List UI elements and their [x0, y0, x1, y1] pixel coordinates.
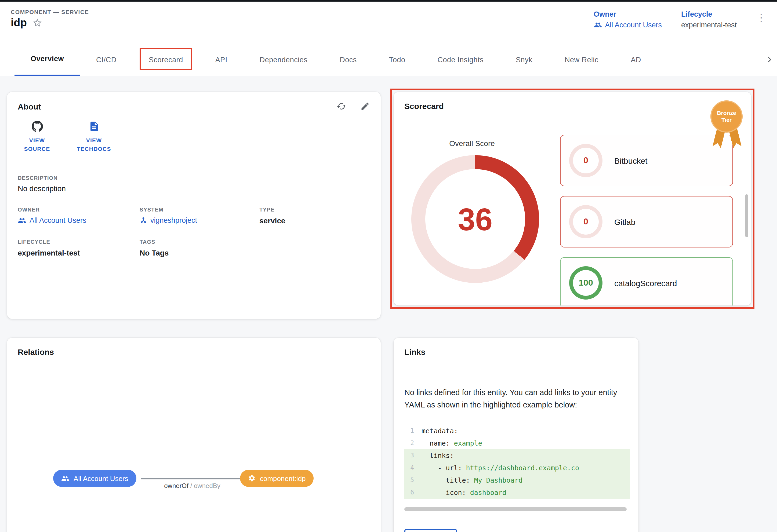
kebab-menu-icon[interactable]: ⋮ [756, 12, 766, 22]
breadcrumb: COMPONENT — SERVICE [11, 9, 89, 15]
score-item-name: Bitbucket [614, 156, 647, 165]
gear-icon [248, 475, 255, 482]
techdocs-icon [88, 121, 100, 132]
system-field: SYSTEM vigneshproject [140, 207, 259, 225]
overall-score-label: Overall Score [404, 139, 540, 148]
owner-value-row[interactable]: All Account Users [594, 21, 662, 29]
score-item[interactable]: 0 Bitbucket [560, 135, 733, 186]
people-icon [594, 21, 602, 29]
tags-field: TAGS No Tags [140, 239, 259, 257]
owner-field: OWNER All Account Users [18, 207, 140, 225]
tab-docs[interactable]: Docs [324, 43, 373, 76]
links-empty-text: No links defined for this entity. You ca… [404, 387, 629, 412]
score-item-name: Gitlab [614, 217, 635, 226]
title-row: idp [11, 17, 89, 29]
lifecycle-label: Lifecycle [681, 10, 737, 18]
partially-visible-button[interactable] [404, 529, 457, 532]
page-title: idp [11, 17, 27, 29]
overall-score-value: 36 [411, 155, 539, 283]
system-field-value[interactable]: vigneshproject [140, 216, 259, 224]
description-value: No description [18, 184, 370, 192]
score-item-value: 0 [569, 144, 602, 177]
scorecard-scrollbar[interactable] [745, 194, 748, 237]
entity-tabs: Overview CI/CD Scorecard API Dependencie… [0, 43, 777, 76]
tags-field-value: No Tags [140, 248, 259, 257]
owner-block: Owner All Account Users [594, 10, 662, 29]
code-line-highlighted: 5 title: My Dashboard [404, 474, 630, 486]
relations-title: Relations [18, 347, 370, 357]
entity-header-left: COMPONENT — SERVICE idp [11, 2, 89, 29]
scorecard-title: Scorecard [404, 102, 741, 111]
tab-ad[interactable]: AD [615, 43, 657, 76]
score-item-donut: 0 [569, 144, 602, 177]
owner-field-value[interactable]: All Account Users [18, 216, 140, 225]
main-content: About VIEW SOURCE [0, 76, 777, 532]
view-source-link[interactable]: VIEW SOURCE [18, 121, 57, 153]
lifecycle-field-value: experimental-test [18, 248, 140, 257]
code-horizontal-scrollbar[interactable] [404, 507, 627, 511]
github-icon [31, 121, 43, 132]
tab-snyk[interactable]: Snyk [500, 43, 549, 76]
bronze-tier-badge: Bronze Tier [710, 100, 744, 133]
code-line: 1metadata: [404, 425, 630, 437]
overall-score-donut: 36 [411, 155, 539, 283]
view-techdocs-label: VIEW TECHDOCS [75, 136, 113, 153]
tab-scorecard[interactable]: Scorecard [133, 43, 199, 76]
system-icon [140, 216, 147, 224]
code-line: 2 name: example [404, 437, 630, 449]
tab-overview[interactable]: Overview [14, 43, 80, 76]
tabs-overflow-chevron-icon[interactable] [764, 54, 775, 65]
people-icon [18, 216, 26, 225]
owner-label: Owner [594, 10, 662, 18]
relation-node-owner[interactable]: All Account Users [53, 470, 136, 487]
score-item-value: 0 [569, 205, 602, 238]
links-title: Links [404, 347, 628, 357]
tab-new-relic[interactable]: New Relic [549, 43, 615, 76]
tab-cicd[interactable]: CI/CD [80, 43, 133, 76]
relation-edge-label: ownerOf / ownedBy [164, 482, 220, 490]
score-item-donut: 100 [569, 266, 602, 299]
lifecycle-value: experimental-test [681, 21, 737, 29]
view-techdocs-link[interactable]: VIEW TECHDOCS [75, 121, 113, 153]
favorite-star-icon[interactable] [32, 18, 42, 28]
tab-code-insights[interactable]: Code Insights [421, 43, 500, 76]
relation-edge [141, 478, 243, 479]
badge-label: Bronze Tier [710, 100, 743, 133]
app-root: COMPONENT — SERVICE idp Owner All Accoun… [0, 0, 777, 532]
scorecard-card: Scorecard Bronze Tier Overall Score 36 0… [394, 92, 751, 305]
edit-icon[interactable] [360, 102, 370, 111]
entity-header: COMPONENT — SERVICE idp Owner All Accoun… [0, 2, 777, 43]
type-field-value: service [259, 216, 370, 225]
lifecycle-block: Lifecycle experimental-test [681, 10, 737, 29]
links-card: Links No links defined for this entity. … [394, 338, 639, 532]
description-label: DESCRIPTION [18, 175, 370, 181]
refresh-icon[interactable] [337, 102, 346, 111]
relations-card: Relations ownerOf / ownedBy All Account … [7, 338, 381, 532]
about-title: About [18, 102, 41, 111]
score-item-name: catalogScorecard [614, 278, 677, 287]
scorecard-list: 0 Bitbucket 0 Gitlab 100 catalogScorecar… [560, 135, 733, 305]
view-source-label: VIEW SOURCE [18, 136, 57, 153]
people-icon [61, 474, 69, 482]
owner-value[interactable]: All Account Users [605, 21, 662, 29]
entity-header-right: Owner All Account Users Lifecycle experi… [594, 10, 766, 29]
about-card: About VIEW SOURCE [7, 92, 381, 319]
type-field: TYPE service [259, 207, 370, 225]
code-line-highlighted: 4 - url: https://dashboard.example.co [404, 462, 630, 474]
score-item[interactable]: 100 catalogScorecard [560, 257, 733, 305]
lifecycle-field: LIFECYCLE experimental-test [18, 239, 140, 257]
score-item[interactable]: 0 Gitlab [560, 196, 733, 248]
tab-api[interactable]: API [199, 43, 243, 76]
yaml-code-block: 1metadata: 2 name: example 3 links: 4 - … [404, 425, 630, 499]
score-item-value: 100 [569, 266, 602, 299]
tab-dependencies[interactable]: Dependencies [243, 43, 324, 76]
code-line-highlighted: 6 icon: dashboard [404, 486, 630, 499]
tab-todo[interactable]: Todo [373, 43, 422, 76]
relation-node-component[interactable]: component:idp [240, 470, 314, 487]
code-line-highlighted: 3 links: [404, 449, 630, 462]
score-item-donut: 0 [569, 205, 602, 238]
